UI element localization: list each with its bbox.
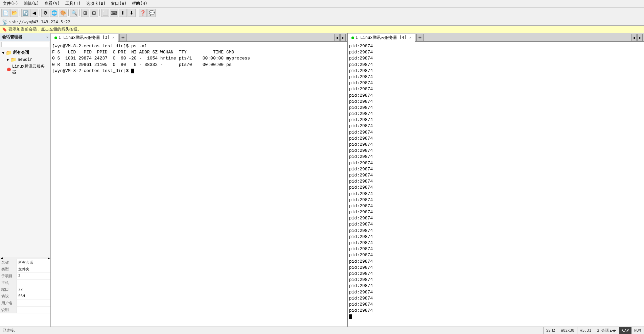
panel-close-button[interactable]: ✕ [46, 35, 48, 39]
toolbar-sep1 [20, 9, 20, 16]
cursor-left [131, 69, 134, 73]
session-search-input[interactable] [1, 42, 49, 47]
tab-left-nav-prev[interactable]: ◀ [334, 34, 340, 41]
tab-left-active[interactable]: 1 Linux腾讯云服务器 [3] × [51, 34, 118, 42]
toolbar-grid[interactable]: ⊞ [81, 9, 89, 17]
info-row-desc: 说明 [0, 307, 50, 313]
pane-right-tabs: 1 Linux腾讯云服务器 [4] × + ◀ ▶ [348, 33, 644, 42]
info-row-type: 类型 文件夹 [0, 266, 50, 273]
sessions-nav-next[interactable]: ▶ [614, 328, 617, 333]
info-value-desc [17, 307, 50, 313]
info-label-type: 类型 [0, 266, 17, 272]
info-label-port: 端口 [0, 286, 17, 293]
protocol-text: SSH2 [546, 328, 555, 333]
tab-left-close[interactable]: × [112, 36, 114, 40]
menu-help[interactable]: 帮助(H) [131, 0, 149, 7]
info-label-subitems: 子项目 [0, 273, 17, 279]
info-label-desc: 说明 [0, 307, 17, 313]
status-connected: 已连接。 [0, 327, 544, 334]
addressbar: 📡 ssh://wyn@43.143.224.5:22 [0, 18, 644, 26]
cursor-right [349, 314, 352, 319]
address-text: ssh://wyn@43.143.224.5:22 [9, 20, 70, 24]
menu-tabs[interactable]: 选项卡(B) [85, 0, 107, 7]
toolbar-term[interactable]: ⬜ [101, 9, 109, 17]
toolbar-color[interactable]: 🎨 [59, 9, 67, 17]
toolbar-sep5 [99, 9, 100, 16]
toolbar-settings[interactable]: ⚙ [41, 9, 49, 17]
cursor-pos-icon: ⊕ [580, 328, 582, 333]
toolbar-sep6 [137, 9, 137, 16]
tab-right-nav-prev[interactable]: ◀ [631, 34, 637, 41]
tree-label-server: Linux腾讯云服务器 [12, 64, 48, 75]
terminal-right[interactable]: pid:29874 pid:29874 pid:29874 pid:29874 … [348, 42, 644, 327]
terminal-left[interactable]: [wyn@VM-8-2-centos test_dir]$ ps -al F S… [51, 42, 347, 327]
info-value-username [17, 300, 50, 306]
terminal-size-text: 82x38 [563, 328, 574, 333]
info-label-host: 主机 [0, 280, 17, 286]
toolbar-download[interactable]: ⬇ [128, 9, 136, 17]
toolbar-keymap[interactable]: ⌨ [110, 9, 118, 17]
toolbar-sep4 [79, 9, 80, 16]
tree-item-linux-server[interactable]: 🔴 Linux腾讯云服务器 [0, 63, 50, 76]
notif-icon: 🔖 [2, 27, 7, 32]
session-tree: ▼ 📁 所有会话 ▶ 📁 newdir 🔴 Linux腾讯云服务器 [0, 48, 50, 257]
toolbar-refresh[interactable]: 🔄 [21, 9, 29, 17]
tab-right-label: 1 Linux腾讯云服务器 [4] [355, 35, 407, 41]
info-row-protocol: 协议 SSH [0, 293, 50, 300]
tab-left-dot [54, 37, 57, 39]
info-label-protocol: 协议 [0, 293, 17, 300]
session-search-area [0, 41, 50, 48]
toolbar-connect[interactable]: 🌐 [50, 9, 58, 17]
toolbar-chat[interactable]: 💬 [147, 9, 156, 17]
tab-right-active[interactable]: 1 Linux腾讯云服务器 [4] × [348, 34, 415, 42]
menubar: 文件(F) 编辑(E) 查看(V) 工具(T) 选项卡(B) 窗口(W) 帮助(… [0, 0, 644, 7]
tree-label-newdir: newdir [18, 57, 32, 62]
toolbar-help[interactable]: ❓ [139, 9, 147, 17]
tab-right-close[interactable]: × [409, 36, 411, 40]
cap-label: CAP [622, 328, 629, 333]
info-row-username: 用户名 [0, 300, 50, 307]
status-text: 已连接。 [3, 328, 18, 333]
status-protocol: SSH2 [544, 327, 558, 334]
tree-item-all-sessions[interactable]: ▼ 📁 所有会话 [0, 49, 50, 56]
info-value-name: 所有会话 [17, 259, 50, 266]
toolbar-back[interactable]: ◀ [30, 9, 38, 17]
toolbar-new[interactable]: 📄 [1, 9, 9, 17]
toolbar-upload[interactable]: ⬆ [119, 9, 127, 17]
info-row-name: 名称 所有会话 [0, 259, 50, 266]
menu-file[interactable]: 文件(F) [1, 0, 20, 7]
info-value-port: 22 [17, 286, 50, 293]
session-manager-title: 会话管理器 [2, 34, 22, 40]
status-cap: CAP [619, 327, 631, 334]
menu-window[interactable]: 窗口(W) [110, 0, 128, 7]
status-cursor-pos: ⊕ 5,31 [577, 327, 594, 334]
menu-view[interactable]: 查看(V) [43, 0, 61, 7]
menu-tools[interactable]: 工具(T) [64, 0, 82, 7]
tab-right-nav-next[interactable]: ▶ [637, 34, 643, 41]
tab-left-add[interactable]: + [119, 34, 127, 41]
toolbar-split[interactable]: ⊟ [90, 9, 98, 17]
num-label: NUM [634, 328, 641, 333]
toolbar-sep2 [40, 9, 40, 16]
expand-icon-newdir: ▶ [7, 57, 9, 62]
info-value-protocol: SSH [17, 293, 50, 300]
toolbar-zoom[interactable]: 🔍 [70, 9, 78, 17]
toolbar-open[interactable]: 📂 [10, 9, 18, 17]
tab-area: 1 Linux腾讯云服务器 [3] × + ◀ ▶ [wyn@VM-8-2-ce… [51, 33, 644, 327]
tab-left-nav-next[interactable]: ▶ [340, 34, 346, 41]
info-value-type: 文件夹 [17, 266, 50, 272]
menu-edit[interactable]: 编辑(E) [22, 0, 41, 7]
info-row-host: 主机 [0, 280, 50, 286]
notif-text: 要添加当前会话，点击左侧的箭头按钮。 [8, 26, 82, 32]
statusbar: 已连接。 SSH2 ⊞ 82x38 ⊕ 5,31 2 会话 ▲ ◀ ▶ CAP … [0, 327, 644, 334]
tab-right-add[interactable]: + [416, 34, 424, 41]
info-value-host [17, 280, 50, 286]
tree-item-newdir[interactable]: ▶ 📁 newdir [0, 56, 50, 63]
status-sessions: 2 会话 ▲ ◀ ▶ [594, 327, 619, 334]
tab-left-label: 1 Linux腾讯云服务器 [3] [59, 35, 110, 41]
status-num: NUM [631, 327, 644, 334]
expand-icon: ▼ [2, 50, 4, 55]
sessions-nav-prev[interactable]: ◀ [612, 328, 614, 333]
toolbar-sep3 [68, 9, 69, 16]
pane-right: 1 Linux腾讯云服务器 [4] × + ◀ ▶ pid:29874 pid:… [348, 33, 644, 327]
